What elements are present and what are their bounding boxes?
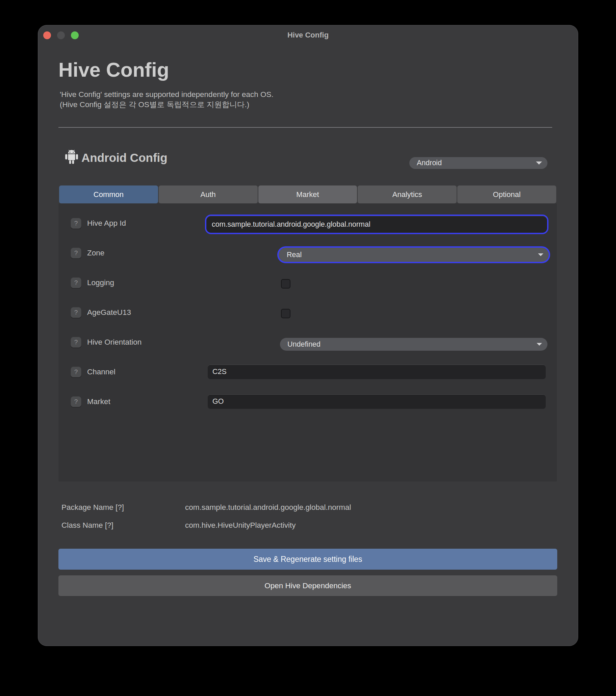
agegate-label-group: ? AgeGateU13: [70, 307, 131, 318]
question-icon: ?: [74, 398, 78, 406]
agegate-label: AgeGateU13: [87, 308, 131, 317]
chevron-down-icon: [537, 343, 542, 346]
tab-common[interactable]: Common: [59, 186, 158, 203]
window-title: Hive Config: [38, 31, 578, 39]
help-hive-app-id-button[interactable]: ?: [70, 218, 81, 229]
hive-app-id-focus-ring: [205, 215, 549, 234]
help-zone-button[interactable]: ?: [70, 248, 81, 258]
os-select-value: Android: [409, 159, 536, 167]
help-logging-button[interactable]: ?: [70, 278, 81, 288]
page-subtitle: 'Hive Config' settings are supported ind…: [60, 90, 274, 110]
zone-select-value: Real: [279, 251, 538, 259]
channel-label: Channel: [87, 368, 115, 376]
tab-optional[interactable]: Optional: [457, 186, 556, 203]
package-name-value: com.sample.tutorial.android.google.globa…: [185, 503, 351, 512]
page-title: Hive Config: [59, 59, 169, 81]
help-channel-button[interactable]: ?: [70, 367, 81, 377]
channel-input[interactable]: [208, 365, 546, 379]
help-market-button[interactable]: ?: [70, 396, 81, 407]
question-icon: ?: [74, 279, 78, 286]
question-icon: ?: [74, 249, 78, 257]
market-input[interactable]: [208, 394, 546, 409]
channel-label-group: ? Channel: [70, 367, 115, 377]
tab-market[interactable]: Market: [258, 186, 357, 203]
market-label-group: ? Market: [70, 396, 110, 407]
hive-config-window: Hive Config Hive Config 'Hive Config' se…: [38, 25, 578, 646]
hive-app-id-label: Hive App Id: [87, 219, 126, 228]
config-tab-bar: Common Auth Market Analytics Optional: [59, 186, 556, 203]
question-icon: ?: [74, 309, 78, 316]
orientation-select-value: Undefined: [280, 340, 537, 349]
package-name-label: Package Name [?]: [62, 503, 124, 512]
tab-analytics[interactable]: Analytics: [358, 186, 457, 203]
android-icon: [65, 149, 79, 164]
subtitle-line-en: 'Hive Config' settings are supported ind…: [60, 90, 274, 100]
orientation-select-dropdown[interactable]: Undefined: [280, 338, 548, 351]
zone-select-dropdown[interactable]: Real: [277, 246, 550, 263]
subtitle-line-ko: (Hive Config 설정은 각 OS별로 독립적으로 지원합니다.): [60, 100, 274, 110]
open-dependencies-button[interactable]: Open Hive Dependencies: [59, 575, 557, 596]
section-divider: [59, 127, 552, 128]
class-name-label: Class Name [?]: [62, 521, 113, 530]
orientation-label-group: ? Hive Orientation: [70, 337, 142, 348]
zone-label-group: ? Zone: [70, 248, 104, 258]
logging-label-group: ? Logging: [70, 278, 114, 288]
zone-label: Zone: [87, 249, 104, 257]
hive-app-id-input[interactable]: [206, 216, 547, 233]
help-orientation-button[interactable]: ?: [70, 337, 81, 348]
save-regenerate-button[interactable]: Save & Regenerate setting files: [59, 549, 557, 570]
class-name-value: com.hive.HiveUnityPlayerActivity: [185, 521, 296, 530]
logging-label: Logging: [87, 279, 114, 287]
help-agegate-button[interactable]: ?: [70, 307, 81, 318]
agegate-checkbox[interactable]: [281, 309, 290, 318]
logging-checkbox[interactable]: [281, 279, 290, 288]
question-icon: ?: [74, 338, 78, 346]
orientation-label: Hive Orientation: [87, 338, 142, 347]
chevron-down-icon: [536, 161, 542, 164]
section-title: Android Config: [81, 151, 167, 164]
hive-app-id-label-group: ? Hive App Id: [70, 218, 126, 229]
question-icon: ?: [74, 368, 78, 376]
question-icon: ?: [74, 220, 78, 227]
tab-auth[interactable]: Auth: [159, 186, 258, 203]
market-label: Market: [87, 397, 110, 406]
os-select-dropdown[interactable]: Android: [409, 157, 548, 169]
chevron-down-icon: [538, 253, 544, 256]
